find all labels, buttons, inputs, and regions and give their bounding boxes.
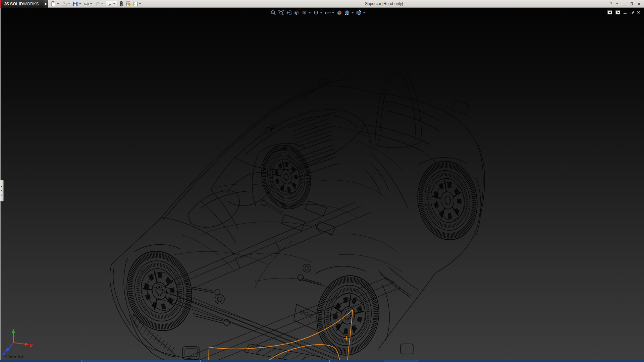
view-settings-button[interactable] xyxy=(356,10,366,16)
file-properties-icon xyxy=(125,1,131,7)
restore-button[interactable] xyxy=(629,2,634,6)
restore-icon xyxy=(630,2,633,5)
options-button[interactable] xyxy=(132,0,142,7)
rebuild-traffic-light-icon xyxy=(118,1,124,7)
view-settings-dropdown-arrow[interactable] xyxy=(363,12,365,13)
rebuild-button[interactable] xyxy=(118,0,124,7)
main-toolbar xyxy=(50,0,142,8)
flyout-arrow-icon xyxy=(45,3,47,5)
view-settings-icon xyxy=(356,10,362,16)
print-icon xyxy=(84,1,89,7)
document-window-controls: × xyxy=(607,10,640,15)
edit-appearance-icon xyxy=(336,10,342,16)
titlebar: 3S SOLIDWORKS xyxy=(0,0,644,8)
display-style-icon xyxy=(313,10,319,16)
orientation-triad[interactable]: X Z xyxy=(2,329,33,356)
print-dropdown-arrow[interactable] xyxy=(90,3,92,4)
open-document-icon xyxy=(61,1,67,7)
edit-appearance-button[interactable] xyxy=(336,10,342,16)
pane-toggle-right-button[interactable] xyxy=(615,10,620,14)
display-style-dropdown-arrow[interactable] xyxy=(320,12,322,13)
view-orientation-icon xyxy=(301,10,307,16)
wordmark-bold: SOLID xyxy=(10,2,23,6)
doc-minimize-button[interactable] xyxy=(624,10,627,15)
solidworks-window: 3S SOLIDWORKS xyxy=(0,0,644,362)
menu-flyout-button[interactable] xyxy=(44,0,48,8)
zoom-to-area-icon xyxy=(278,10,284,16)
help-icon[interactable]: ? xyxy=(610,1,612,6)
pane-toggle-left-icon xyxy=(609,11,611,13)
help-dropdown-arrow[interactable] xyxy=(616,3,618,4)
hide-show-dropdown-arrow[interactable] xyxy=(332,12,334,13)
taskbar-divider xyxy=(329,360,330,362)
close-button[interactable]: × xyxy=(637,2,641,6)
file-properties-button[interactable] xyxy=(125,0,131,7)
view-orientation-label: *Dimetric xyxy=(4,354,24,359)
new-document-icon xyxy=(50,1,56,7)
save-button[interactable] xyxy=(72,0,82,7)
graphics-area[interactable]: X Z xyxy=(0,8,644,362)
display-style-button[interactable] xyxy=(313,10,323,16)
undo-dropdown-arrow[interactable] xyxy=(101,3,103,4)
print-button[interactable] xyxy=(84,0,93,7)
splitter-arrow-icon xyxy=(1,190,2,192)
pane-toggle-right-icon xyxy=(618,11,620,13)
hide-show-items-button[interactable] xyxy=(325,10,335,16)
section-view-icon xyxy=(293,10,300,16)
apply-scene-dropdown-arrow[interactable] xyxy=(352,12,354,13)
brand-3s-logo-glyph: 3S xyxy=(4,1,9,6)
titlebar-controls: ? × xyxy=(610,0,641,8)
splitter-arrow-icon xyxy=(1,185,2,187)
doc-minimize-icon xyxy=(624,13,627,14)
previous-view-icon xyxy=(286,10,292,16)
save-icon xyxy=(72,1,78,7)
view-orientation-dropdown-arrow[interactable] xyxy=(309,12,311,13)
zoom-to-fit-button[interactable] xyxy=(270,10,276,16)
previous-view-button[interactable] xyxy=(286,10,292,16)
headsup-view-toolbar xyxy=(270,10,366,16)
pane-toggle-left-button[interactable] xyxy=(607,10,612,14)
options-icon xyxy=(132,1,138,7)
new-document-button[interactable] xyxy=(50,0,60,7)
solidworks-logo: 3S SOLIDWORKS xyxy=(0,0,44,8)
save-dropdown-arrow[interactable] xyxy=(79,3,81,4)
apply-scene-icon xyxy=(344,10,350,16)
undo-icon xyxy=(95,1,100,7)
car-wireframe-model[interactable] xyxy=(110,69,485,362)
taskbar-segment xyxy=(82,360,200,362)
minimize-icon xyxy=(623,5,626,5)
doc-restore-button[interactable] xyxy=(630,10,634,15)
taskbar-segment xyxy=(384,360,418,362)
undo-button[interactable] xyxy=(95,0,104,7)
select-cursor-icon xyxy=(106,1,112,7)
options-dropdown-arrow[interactable] xyxy=(139,3,141,4)
new-dropdown-arrow[interactable] xyxy=(57,3,59,4)
open-document-button[interactable] xyxy=(61,0,71,7)
minimize-button[interactable] xyxy=(622,2,627,6)
feature-pane-splitter-tab[interactable] xyxy=(0,180,4,201)
brand-accent-stripe xyxy=(0,0,1,8)
open-dropdown-arrow[interactable] xyxy=(68,3,70,4)
zoom-to-fit-icon xyxy=(270,10,276,16)
taskbar-sliver xyxy=(0,360,644,362)
document-title: Supercar [Read-only] xyxy=(365,0,403,8)
splitter-arrow-icon xyxy=(1,194,2,196)
doc-close-button[interactable]: × xyxy=(637,10,640,15)
brand-wordmark: SOLIDWORKS xyxy=(10,2,39,6)
view-orientation-button[interactable] xyxy=(301,10,311,16)
section-view-button[interactable] xyxy=(293,10,300,16)
zoom-to-area-button[interactable] xyxy=(278,10,284,16)
wordmark-light: WORKS xyxy=(23,2,39,6)
model-scene[interactable]: X Z xyxy=(0,8,644,362)
hide-show-items-icon xyxy=(325,10,331,16)
select-dropdown-button[interactable] xyxy=(112,1,116,7)
taskbar-divider xyxy=(418,360,418,362)
taskbar-divider xyxy=(200,360,201,362)
apply-scene-button[interactable] xyxy=(344,10,354,16)
doc-restore-icon xyxy=(630,11,634,14)
select-tool-button[interactable] xyxy=(106,1,117,7)
triad-x-label: X xyxy=(29,343,33,348)
